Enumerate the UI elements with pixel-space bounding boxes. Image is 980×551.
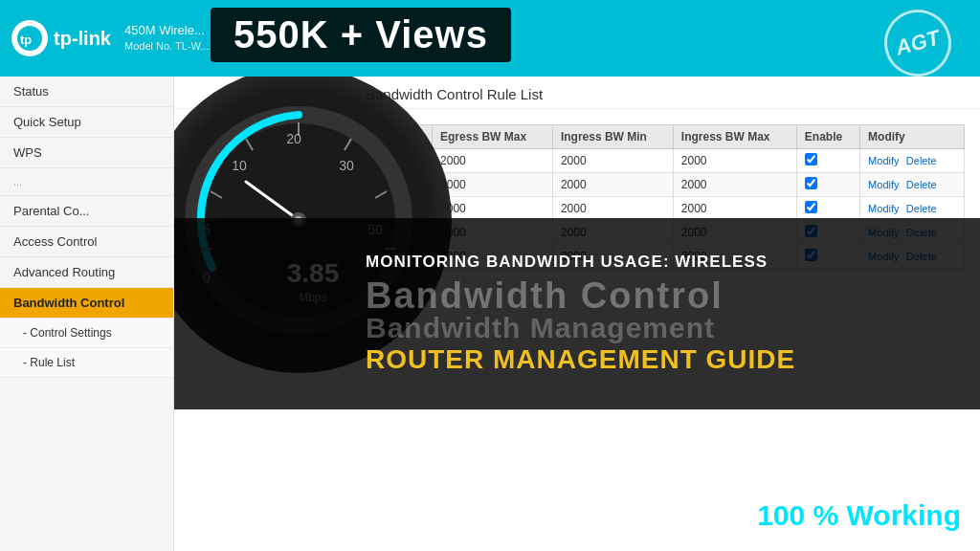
svg-line-7 bbox=[246, 139, 253, 150]
bandwidth-management-text: Bandwidth Management bbox=[366, 314, 961, 342]
sidebar-item-wps[interactable]: WPS bbox=[0, 138, 173, 168]
svg-text:20: 20 bbox=[286, 131, 301, 146]
sidebar-item-ellipsis: ... bbox=[0, 168, 173, 196]
enable-checkbox[interactable] bbox=[805, 201, 817, 213]
sidebar-item-bandwidth-control[interactable]: Bandwidth Control bbox=[0, 288, 173, 319]
device-info: 450M Wirele... Model No. TL-W... bbox=[124, 22, 209, 55]
sidebar-item-parental-control[interactable]: Parental Co... bbox=[0, 196, 173, 227]
cell-enable[interactable] bbox=[796, 149, 859, 173]
content-area: 20 30 50 10 5 0 3.85 Mbps bbox=[174, 77, 980, 551]
logo-icon: tp bbox=[11, 20, 48, 56]
dark-strip: MONITORING BANDWIDTH USAGE: WIRELESS Ban… bbox=[174, 218, 980, 409]
model-number: Model No. TL-W... bbox=[124, 39, 209, 54]
sidebar-item-advanced-routing[interactable]: Advanced Routing bbox=[0, 257, 173, 288]
modify-link[interactable]: Modify bbox=[868, 203, 899, 214]
bandwidth-control-text: Bandwidth Control bbox=[366, 277, 961, 314]
logo-text: tp-link bbox=[54, 28, 111, 50]
delete-link[interactable]: Delete bbox=[906, 179, 937, 190]
cell-modify: Modify Delete bbox=[860, 149, 965, 173]
views-banner: 550K + Views bbox=[211, 8, 511, 62]
enable-checkbox[interactable] bbox=[805, 177, 817, 189]
sidebar-item-access-control[interactable]: Access Control bbox=[0, 227, 173, 257]
cell-enable[interactable] bbox=[796, 173, 859, 197]
svg-line-8 bbox=[211, 191, 222, 198]
sidebar-item-control-settings[interactable]: - Control Settings bbox=[0, 319, 173, 348]
sidebar: Status Quick Setup WPS ... Parental Co..… bbox=[0, 77, 174, 551]
svg-text:30: 30 bbox=[339, 158, 354, 173]
app-container: tp tp-link 450M Wirele... Model No. TL-W… bbox=[0, 0, 980, 551]
main-layout: Status Quick Setup WPS ... Parental Co..… bbox=[0, 77, 980, 551]
cell-ingress-min: 2000 bbox=[552, 173, 673, 197]
col-egress-max: Egress BW Max bbox=[433, 125, 553, 149]
cell-enable[interactable] bbox=[796, 197, 859, 221]
cell-ingress-max: 2000 bbox=[673, 149, 796, 173]
svg-text:10: 10 bbox=[232, 158, 247, 173]
monitoring-title: MONITORING BANDWIDTH USAGE: WIRELESS bbox=[366, 253, 961, 272]
cell-modify: Modify Delete bbox=[860, 197, 965, 221]
svg-line-16 bbox=[246, 182, 299, 220]
device-name: 450M Wirele... bbox=[124, 22, 209, 39]
cell-modify: Modify Delete bbox=[860, 173, 965, 197]
cell-ingress-min: 2000 bbox=[552, 197, 673, 221]
sidebar-item-quick-setup[interactable]: Quick Setup bbox=[0, 107, 173, 138]
delete-link[interactable]: Delete bbox=[906, 155, 937, 166]
modify-link[interactable]: Modify bbox=[868, 179, 899, 190]
sidebar-item-rule-list[interactable]: - Rule List bbox=[0, 348, 173, 378]
cell-ingress-max: 2000 bbox=[673, 173, 796, 197]
col-modify: Modify bbox=[860, 125, 965, 149]
cell-egress-max: 2000 bbox=[433, 173, 553, 197]
working-text: 100 % Working bbox=[757, 499, 961, 532]
cell-ingress-min: 2000 bbox=[552, 149, 673, 173]
router-guide-text: ROUTER MANAGEMENT GUIDE bbox=[366, 344, 961, 375]
svg-line-4 bbox=[345, 139, 351, 150]
sidebar-item-status[interactable]: Status bbox=[0, 77, 173, 107]
cell-ingress-max: 2000 bbox=[673, 197, 796, 221]
delete-link[interactable]: Delete bbox=[906, 203, 937, 214]
enable-checkbox[interactable] bbox=[805, 153, 817, 165]
svg-line-5 bbox=[375, 191, 387, 198]
agt-watermark: AGT bbox=[877, 2, 959, 84]
col-ingress-min: Ingress BW Min bbox=[552, 125, 673, 149]
modify-link[interactable]: Modify bbox=[868, 155, 899, 166]
tp-link-logo: tp tp-link bbox=[11, 20, 111, 56]
col-ingress-max: Ingress BW Max bbox=[673, 125, 796, 149]
svg-text:tp: tp bbox=[20, 33, 32, 47]
header: tp tp-link 450M Wirele... Model No. TL-W… bbox=[0, 0, 980, 77]
cell-egress-max: 2000 bbox=[433, 149, 553, 173]
col-enable: Enable bbox=[796, 125, 859, 149]
